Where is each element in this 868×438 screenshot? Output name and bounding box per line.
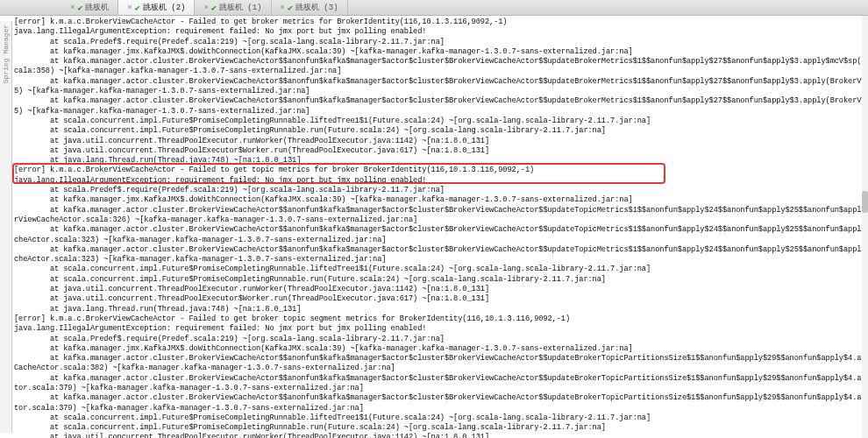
log-line: CacheActor.scala:382) ~[kafka-manager.ka… (14, 364, 866, 373)
side-panel-tab[interactable]: Spring Manager (0, 21, 12, 433)
log-line: cheActor.scala:323) ~[kafka-manager.kafk… (14, 255, 866, 265)
terminal-tab-2[interactable]: × ✔ 跳板机 (1) (195, 0, 271, 15)
log-line: 5) ~[kafka-manager.kafka-manager-1.3.0.7… (14, 107, 866, 117)
check-icon: ✔ (288, 3, 293, 13)
terminal-tab-0[interactable]: × ✔ 跳板机 (61, 0, 118, 15)
log-line: at kafka.manager.actor.cluster.BrokerVie… (14, 374, 866, 384)
terminal-tab-1[interactable]: × ✔ 跳板机 (2) (118, 0, 195, 15)
log-line: at kafka.manager.jmx.KafkaJMX$.doWithCon… (14, 344, 866, 354)
log-line: at java.util.concurrent.ThreadPoolExecut… (14, 137, 866, 146)
log-line: [error] k.m.a.c.BrokerViewCacheActor - F… (14, 166, 866, 175)
side-panel-label: Spring Manager (0, 21, 11, 87)
tab-label: 跳板机 (85, 2, 109, 13)
log-line: at scala.Predef$.require(Predef.scala:21… (14, 186, 866, 195)
log-line: tor.scala:379) ~[kafka-manager.kafka-man… (14, 404, 866, 413)
log-line: cala:358) ~[kafka-manager.kafka-manager-… (14, 67, 866, 76)
log-line: at kafka.manager.actor.cluster.BrokerVie… (14, 77, 866, 87)
log-line: at scala.Predef$.require(Predef.scala:21… (14, 335, 866, 344)
log-line: at java.util.concurrent.ThreadPoolExecut… (14, 146, 866, 156)
log-line: at scala.concurrent.impl.Future$PromiseC… (14, 423, 866, 433)
log-line: at kafka.manager.jmx.KafkaJMX$.doWithCon… (14, 195, 866, 205)
log-line: rViewCacheActor.scala:326) ~[kafka-manag… (14, 215, 866, 225)
terminal-log-view[interactable]: [error] k.m.a.c.BrokerViewCacheActor - F… (12, 16, 868, 438)
log-line: cheActor.scala:323) ~[kafka-manager.kafk… (14, 236, 866, 245)
log-line: at java.util.concurrent.ThreadPoolExecut… (14, 285, 866, 294)
log-line: at scala.Predef$.require(Predef.scala:21… (14, 38, 866, 47)
check-icon: ✔ (77, 3, 82, 13)
log-line: at kafka.manager.actor.cluster.BrokerVie… (14, 225, 866, 235)
log-line: at kafka.manager.actor.cluster.BrokerVie… (14, 206, 866, 215)
log-line: at kafka.manager.actor.cluster.BrokerVie… (14, 57, 866, 67)
terminal-tab-3[interactable]: × ✔ 跳板机 (3) (272, 0, 348, 15)
log-line: at scala.concurrent.impl.Future$PromiseC… (14, 413, 866, 423)
tab-label: 跳板机 (3) (295, 2, 338, 13)
log-line: at scala.concurrent.impl.Future$PromiseC… (14, 265, 866, 274)
log-line: at kafka.manager.actor.cluster.BrokerVie… (14, 96, 866, 106)
vertical-scrollbar[interactable] (862, 16, 868, 438)
log-line: at java.util.concurrent.ThreadPoolExecut… (14, 433, 866, 438)
log-line: 5) ~[kafka-manager.kafka-manager-1.3.0.7… (14, 87, 866, 96)
log-line: at kafka.manager.jmx.KafkaJMX$.doWithCon… (14, 47, 866, 57)
tab-label: 跳板机 (1) (219, 2, 262, 13)
tab-label: 跳板机 (2) (143, 2, 186, 13)
scrollbar-thumb[interactable] (862, 191, 868, 213)
log-line: [error] k.m.a.c.BrokerViewCacheActor - F… (14, 314, 866, 324)
log-line: java.lang.IllegalArgumentException: requ… (14, 176, 866, 186)
terminal-tabbar: × ✔ 跳板机 × ✔ 跳板机 (2) × ✔ 跳板机 (1) × ✔ 跳板机 … (0, 0, 868, 16)
log-line: [error] k.m.a.c.BrokerViewCacheActor - F… (14, 18, 866, 27)
log-line: at kafka.manager.actor.cluster.BrokerVie… (14, 245, 866, 255)
log-line: java.lang.IllegalArgumentException: requ… (14, 324, 866, 334)
log-line: java.lang.IllegalArgumentException: requ… (14, 27, 866, 37)
log-line: at java.util.concurrent.ThreadPoolExecut… (14, 294, 866, 304)
close-icon[interactable]: × (70, 4, 75, 12)
log-line: at scala.concurrent.impl.Future$PromiseC… (14, 126, 866, 136)
close-icon[interactable]: × (203, 4, 208, 12)
close-icon[interactable]: × (281, 4, 285, 12)
log-line: at scala.concurrent.impl.Future$PromiseC… (14, 275, 866, 285)
log-line: at kafka.manager.actor.cluster.BrokerVie… (14, 354, 866, 364)
check-icon: ✔ (135, 3, 140, 13)
log-line: at scala.concurrent.impl.Future$PromiseC… (14, 117, 866, 126)
check-icon: ✔ (211, 3, 217, 13)
log-line: at java.lang.Thread.run(Thread.java:748)… (14, 156, 866, 166)
log-line: at kafka.manager.actor.cluster.BrokerVie… (14, 393, 866, 403)
log-line: tor.scala:379) ~[kafka-manager.kafka-man… (14, 384, 866, 393)
log-line: at java.lang.Thread.run(Thread.java:748)… (14, 305, 866, 314)
close-icon[interactable]: × (127, 4, 132, 12)
